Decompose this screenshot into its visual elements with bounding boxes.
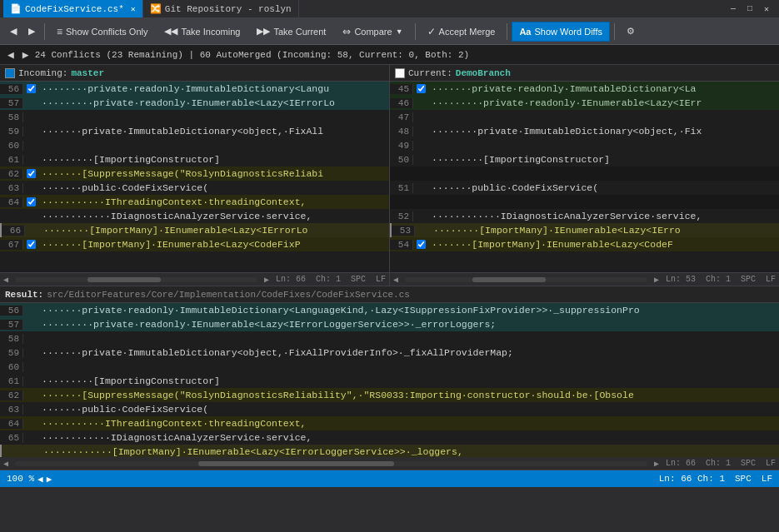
current-scroll-track[interactable] [405,277,647,282]
current-scroll[interactable]: ◀ ▶ Ln: 53 Ch: 1 SPC LF [390,273,779,286]
incoming-scroll[interactable]: ◀ ▶ Ln: 66 Ch: 1 SPC LF [0,273,390,286]
take-incoming-button[interactable]: ◀◀ Take Incoming [157,22,247,42]
result-scroll-right[interactable]: ▶ [654,459,659,469]
result-scroll[interactable]: ◀ ▶ Ln: 66 Ch: 1 SPC LF [0,457,779,470]
line-checkbox[interactable] [413,84,428,93]
accept-merge-icon: ✓ [427,26,436,37]
toolbar-separator-1 [44,23,45,40]
line-text: ·······private·readonly·ImmutableDiction… [428,83,779,94]
tab-gitRepo[interactable]: 🔀 Git Repository - roslyn [143,0,299,17]
code-line: 57·········private·readonly·IEnumerable<… [0,317,779,331]
result-path: src/EditorFeatures/Core/Implementation/C… [47,290,410,300]
toolbar: ◀ ▶ ≡ Show Conflicts Only ◀◀ Take Incomi… [0,18,779,45]
line-number: 67 [0,240,23,250]
line-text: ·······[SuppressMessage("RoslynDiagnosti… [38,168,389,179]
bottom-status-bar: 100 % ◀ ▶ Ln: 66 Ch: 1 SPC LF [0,470,779,487]
line-text: ············[ImportMany]·IEnumerable<Laz… [40,446,779,457]
bottom-position: Ln: 66 Ch: 1 [659,474,725,484]
line-number: 58 [0,334,23,344]
line-checkbox[interactable] [23,240,38,249]
current-scroll-right[interactable]: ▶ [654,275,659,285]
nav-back-button[interactable]: ◀ [5,22,22,42]
line-text: ·········[ImportingConstructor] [428,154,779,165]
result-label: Result: [5,290,43,300]
incoming-checkbox[interactable] [5,68,15,78]
line-number: 62 [0,169,23,179]
tab-codeFix[interactable]: 📄 CodeFixService.cs* ✕ [3,0,143,17]
conflict-nav-right[interactable]: ▶ [20,48,32,62]
code-line [390,167,779,181]
zoom-nav-right[interactable]: ▶ [47,474,52,485]
zoom-level: 100 % [7,474,34,484]
line-text: ············IDiagnosticAnalyzerService·s… [428,211,779,221]
current-scroll-left[interactable]: ◀ [393,275,398,285]
show-word-diffs-button[interactable]: Aa Show Word Diffs [512,22,610,42]
incoming-scroll-left[interactable]: ◀ [3,275,8,285]
line-number: 50 [390,155,413,165]
win-minimize[interactable]: — [727,4,739,13]
code-line: 66········[ImportMany]·IEnumerable<Lazy<… [0,223,389,237]
win-maximize[interactable]: □ [744,4,756,13]
result-scroll-track[interactable] [15,461,647,466]
code-line: 54·······[ImportMany]·IEnumerable<Lazy<C… [390,237,779,251]
nav-forward-button[interactable]: ▶ [23,22,40,42]
result-ln: Ln: 66 Ch: 1 SPC LF [666,459,776,468]
current-code[interactable]: 45·······private·readonly·ImmutableDicti… [390,82,779,272]
current-pane: Current: DemoBranch 45·······private·rea… [390,65,779,272]
line-number: 49 [390,141,413,151]
code-line: 53········[ImportMany]·IEnumerable<Lazy<… [390,223,779,237]
code-line: 59·······private·ImmutableDictionary<obj… [0,124,389,138]
line-number: 62 [0,390,23,400]
result-pane[interactable]: 56·······private·readonly·ImmutableDicti… [0,303,779,457]
tab-codeFix-label: CodeFixService.cs* [25,4,124,14]
line-text: ········[ImportMany]·IEnumerable<Lazy<IE… [40,225,389,236]
line-number: 54 [390,240,413,250]
incoming-scroll-right[interactable]: ▶ [264,275,269,285]
line-number: 53 [392,226,415,236]
code-line: 61·········[ImportingConstructor] [0,374,779,388]
line-checkbox[interactable] [23,197,38,206]
incoming-code[interactable]: 56········private·readonly·ImmutableDict… [0,82,389,272]
conflict-nav-left[interactable]: ◀ [5,48,17,62]
line-checkbox[interactable] [413,240,428,249]
show-conflicts-label: Show Conflicts Only [66,27,147,37]
show-conflicts-button[interactable]: ≡ Show Conflicts Only [49,22,155,42]
tab-codeFix-close[interactable]: ✕ [131,4,136,14]
line-checkbox[interactable] [23,169,38,178]
line-text: ·······private·readonly·ImmutableDiction… [38,305,779,316]
compare-button[interactable]: ⇔ Compare ▼ [335,22,410,42]
line-number: 64 [0,197,23,207]
incoming-scroll-track[interactable] [15,277,257,282]
code-line: 59·······private·ImmutableDictionary<obj… [0,346,779,360]
line-number: 65 [0,433,23,443]
settings-button[interactable]: ⚙ [619,22,642,42]
line-number: 47 [390,112,413,122]
code-line: 61·········[ImportingConstructor] [0,152,389,167]
incoming-pane: Incoming: master 56········private·reado… [0,65,390,272]
take-current-icon: ▶▶ [257,26,270,37]
line-checkbox[interactable] [23,84,38,93]
settings-icon: ⚙ [627,26,635,37]
win-close[interactable]: ✕ [761,4,772,14]
code-line: 46·········private·readonly·IEnumerable<… [390,96,779,110]
result-header: Result: src/EditorFeatures/Core/Implemen… [0,286,779,303]
toolbar-separator-2 [415,23,416,40]
line-text: ············IDiagnosticAnalyzerService·s… [38,432,779,443]
code-line: 62·······[SuppressMessage("RoslynDiagnos… [0,388,779,402]
status-right: Ln: 66 Ch: 1 SPC LF [659,474,772,484]
line-number: 61 [0,155,23,165]
line-text: ·······[ImportMany]·IEnumerable<Lazy<Cod… [38,239,389,250]
line-text: ···········IThreadingContext·threadingCo… [38,418,779,429]
take-current-button[interactable]: ▶▶ Take Current [249,22,333,42]
result-scroll-left[interactable]: ◀ [3,459,8,469]
code-line: 57·········private·readonly·IEnumerable<… [0,96,389,110]
line-text: ········private·ImmutableDictionary<obje… [428,126,779,137]
code-line: 48········private·ImmutableDictionary<ob… [390,124,779,138]
line-text: ·······private·ImmutableDictionary<objec… [38,126,389,137]
bottom-spc: SPC [735,474,752,484]
accept-merge-button[interactable]: ✓ Accept Merge [420,22,503,42]
zoom-nav-left[interactable]: ◀ [37,474,43,485]
line-text: ········private·readonly·ImmutableDictio… [38,83,389,94]
current-checkbox[interactable] [395,68,405,78]
line-text: ········[ImportMany]·IEnumerable<Lazy<IE… [430,225,779,236]
